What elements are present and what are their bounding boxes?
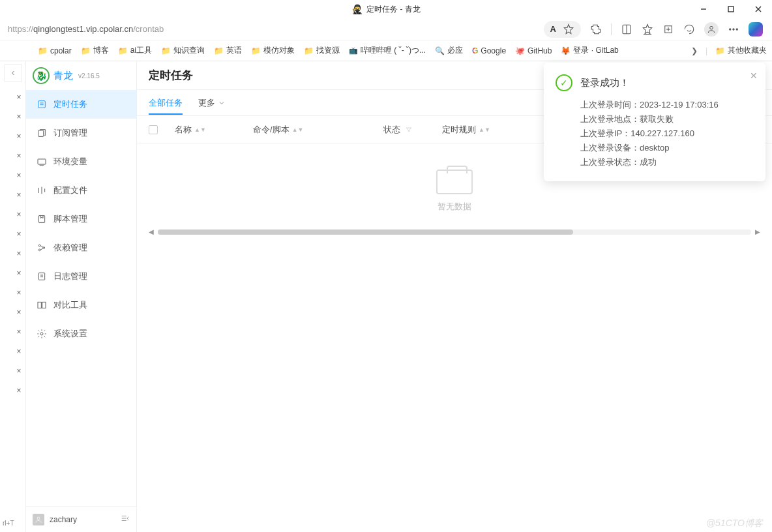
bookmark-item[interactable]: 🦊登录 · GitLab — [561, 45, 618, 56]
tab-more[interactable]: 更多 — [198, 92, 226, 114]
nav-icon — [37, 329, 47, 339]
tab-close-item[interactable]: × — [2, 342, 24, 361]
bookmarks-overflow[interactable]: ❯ — [691, 46, 698, 55]
watermark: @51CTO博客 — [706, 518, 763, 529]
sidebar-item-2[interactable]: 环境变量 — [26, 147, 136, 176]
user-name[interactable]: zachary — [50, 515, 115, 524]
collections-icon[interactable] — [662, 23, 674, 35]
brand-name: 青龙 — [53, 70, 73, 82]
extensions-icon[interactable] — [590, 23, 602, 35]
translate-icon[interactable]: A — [550, 24, 556, 34]
tab-close-item[interactable]: × — [2, 381, 24, 400]
bookmark-item[interactable]: GGoogle — [472, 46, 506, 55]
scrollbar-thumb[interactable] — [158, 229, 573, 235]
sidebar-item-4[interactable]: 脚本管理 — [26, 205, 136, 233]
bookmark-item[interactable]: 📁ai工具 — [118, 45, 152, 56]
tab-close-item[interactable]: × — [2, 263, 24, 283]
back-button[interactable] — [4, 64, 22, 82]
bookmark-item[interactable]: 📁知识查询 — [161, 45, 205, 56]
tab-close-item[interactable]: × — [2, 283, 24, 303]
favorite-icon[interactable] — [563, 23, 574, 35]
bookmark-item[interactable]: 📁模仿对象 — [251, 45, 295, 56]
column-name[interactable]: 名称▲▼ — [175, 124, 253, 136]
tab-close-item[interactable]: × — [2, 244, 24, 263]
brand[interactable]: 🐉 青龙 v2.16.5 — [26, 61, 136, 90]
tab-close-item[interactable]: × — [2, 146, 24, 166]
tab-close-item[interactable]: × — [2, 107, 24, 126]
bookmark-item[interactable]: 🐙GitHub — [515, 46, 552, 55]
shortcut-hint: rl+T — [3, 520, 14, 527]
notification-close-icon[interactable]: ✕ — [750, 70, 758, 81]
profile-avatar[interactable] — [704, 22, 719, 37]
svg-line-27 — [40, 246, 43, 248]
sidebar-item-3[interactable]: 配置文件 — [26, 176, 136, 205]
tab-close-item[interactable]: × — [2, 205, 24, 224]
tab-close-item[interactable]: × — [2, 303, 24, 322]
copilot-icon[interactable] — [749, 22, 763, 37]
svg-point-35 — [37, 517, 40, 520]
bookmark-item[interactable]: 📁英语 — [214, 45, 242, 56]
tab-close-item[interactable]: × — [2, 185, 24, 205]
tab-close-item[interactable]: × — [2, 361, 24, 381]
user-avatar-icon — [33, 514, 44, 525]
column-status[interactable]: 状态 — [383, 124, 442, 136]
notification-line: 上次登录时间：2023-12-19 17:03:16 — [580, 98, 754, 112]
sidebar-item-6[interactable]: 日志管理 — [26, 262, 136, 291]
maximize-button[interactable] — [717, 0, 745, 18]
sort-icon: ▲▼ — [479, 128, 490, 132]
svg-rect-1 — [728, 7, 734, 12]
tab-close-item[interactable]: × — [2, 87, 24, 107]
tab-close-item[interactable]: × — [2, 322, 24, 342]
favorites-icon[interactable] — [642, 23, 653, 35]
minimize-button[interactable] — [690, 0, 717, 18]
bookmark-item[interactable]: 🔍必应 — [435, 45, 463, 56]
performance-icon[interactable] — [683, 23, 695, 35]
sidebar-item-7[interactable]: 对比工具 — [26, 291, 136, 319]
notification-line: 上次登录设备：desktop — [580, 141, 754, 155]
nav-icon — [37, 243, 47, 253]
empty-text: 暂无数据 — [438, 201, 471, 213]
sort-icon: ▲▼ — [292, 128, 304, 132]
svg-rect-17 — [38, 130, 44, 136]
sidebar-item-8[interactable]: 系统设置 — [26, 319, 136, 348]
brand-logo-icon: 🐉 — [33, 67, 50, 84]
svg-rect-29 — [38, 273, 44, 280]
close-button[interactable] — [745, 0, 772, 18]
sidebar-item-5[interactable]: 依赖管理 — [26, 233, 136, 262]
url-display[interactable]: https://qinglongtest1.vip.cpolar.cn/cron… — [5, 24, 540, 34]
svg-point-26 — [43, 247, 45, 249]
empty-icon — [436, 170, 473, 194]
bookmark-item[interactable]: 📁找资源 — [304, 45, 340, 56]
svg-point-11 — [730, 28, 731, 29]
title-emoji: 🥷 — [351, 4, 363, 14]
sort-icon: ▲▼ — [194, 128, 206, 132]
tab-all-tasks[interactable]: 全部任务 — [149, 92, 183, 114]
bookmark-item[interactable]: 📺哔哩哔哩 ( ˘- ˘)つ... — [349, 45, 426, 56]
filter-icon[interactable] — [406, 126, 412, 133]
svg-point-25 — [38, 249, 40, 251]
tab-close-item[interactable]: × — [2, 224, 24, 244]
bookmark-item[interactable]: 📁cpolar — [38, 46, 72, 55]
scroll-left-icon[interactable]: ◀ — [149, 228, 154, 235]
reader-icon[interactable] — [621, 23, 632, 35]
column-command[interactable]: 命令/脚本▲▼ — [253, 124, 383, 136]
sidebar-item-1[interactable]: 订阅管理 — [26, 119, 136, 147]
page-title: 定时任务 — [149, 68, 193, 83]
scroll-right-icon[interactable]: ▶ — [755, 228, 760, 235]
bookmarks-bar: 📁cpolar📁博客📁ai工具📁知识查询📁英语📁模仿对象📁找资源📺哔哩哔哩 ( … — [0, 40, 772, 61]
tab-close-item[interactable]: × — [2, 126, 24, 146]
sidebar-item-0[interactable]: 定时任务 — [26, 90, 136, 119]
notification-line: 上次登录IP：140.227.127.160 — [580, 126, 754, 141]
more-icon[interactable] — [728, 23, 739, 35]
main-content: 定时任务 请输入名称或者关键词 创建任务 全部任务 更多 名称▲▼ 命令/脚本▲… — [137, 61, 772, 532]
svg-point-12 — [733, 28, 734, 29]
notification-line: 上次登录状态：成功 — [580, 155, 754, 170]
brand-version: v2.16.5 — [78, 72, 100, 80]
window-titlebar: 🥷 定时任务 - 青龙 — [0, 0, 772, 18]
bookmark-item[interactable]: 📁博客 — [81, 45, 109, 56]
tab-close-item[interactable]: × — [2, 166, 24, 185]
collapse-sidebar-icon[interactable] — [121, 514, 130, 525]
select-all-checkbox[interactable] — [149, 125, 158, 134]
horizontal-scrollbar[interactable]: ◀ ▶ — [137, 226, 772, 238]
bookmark-other[interactable]: 📁其他收藏夹 — [715, 45, 767, 56]
